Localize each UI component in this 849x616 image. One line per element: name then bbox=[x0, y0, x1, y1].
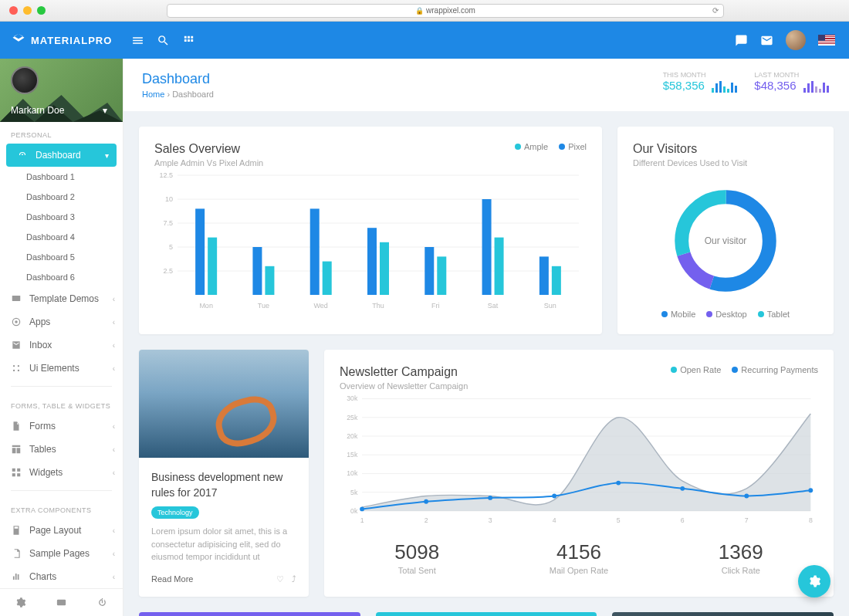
nav-sample[interactable]: Sample Pages‹ bbox=[0, 542, 123, 565]
svg-text:10: 10 bbox=[165, 195, 173, 203]
svg-rect-50 bbox=[424, 247, 434, 295]
bandwidth-card[interactable]: Bandwidth usage bbox=[139, 612, 360, 616]
nav-layout[interactable]: Page Layout‹ bbox=[0, 519, 123, 542]
read-more-link[interactable]: Read More bbox=[151, 574, 193, 584]
traffic-min-icon[interactable] bbox=[23, 6, 32, 15]
news-text: Lorem ipsum dolor sit amet, this is a co… bbox=[151, 525, 296, 564]
svg-rect-56 bbox=[540, 256, 549, 295]
wallet-icon[interactable] bbox=[56, 597, 67, 608]
profile-name[interactable]: Markarn Doe▾ bbox=[11, 105, 107, 116]
nav-charts[interactable]: Charts‹ bbox=[0, 565, 123, 588]
traffic-max-icon[interactable] bbox=[37, 6, 46, 15]
download-card[interactable]: Download count bbox=[376, 612, 597, 616]
nav-tables[interactable]: Tables‹ bbox=[0, 438, 123, 461]
svg-rect-53 bbox=[482, 199, 492, 295]
nav-forms[interactable]: Forms‹ bbox=[0, 415, 123, 438]
nav-sub[interactable]: Dashboard 1 bbox=[0, 167, 123, 187]
flag-us-icon[interactable] bbox=[818, 35, 835, 46]
svg-text:2.5: 2.5 bbox=[163, 267, 173, 275]
nav-ui[interactable]: Ui Elements‹ bbox=[0, 357, 123, 380]
traffic-close-icon[interactable] bbox=[9, 6, 18, 15]
share-icon[interactable]: ⤴ bbox=[292, 574, 296, 584]
donut-label: Our visitor bbox=[705, 235, 747, 246]
profile-avatar[interactable] bbox=[11, 66, 39, 94]
card-subtitle: Ample Admin Vs Pixel Admin bbox=[154, 158, 263, 168]
svg-rect-45 bbox=[323, 262, 332, 295]
svg-rect-24 bbox=[815, 86, 817, 93]
settings-icon[interactable] bbox=[15, 597, 26, 608]
svg-rect-2 bbox=[12, 296, 21, 301]
topbar: MATERIALPRO bbox=[0, 22, 849, 59]
svg-point-7 bbox=[13, 370, 15, 371]
news-card: Business development new rules for 2017 … bbox=[139, 350, 309, 597]
legend-item: Pixel bbox=[559, 142, 587, 151]
svg-rect-42 bbox=[265, 266, 274, 295]
svg-text:5: 5 bbox=[169, 243, 173, 251]
reload-icon[interactable]: ⟳ bbox=[712, 6, 719, 15]
svg-rect-27 bbox=[827, 86, 829, 93]
svg-text:10k: 10k bbox=[347, 469, 358, 477]
svg-rect-16 bbox=[719, 81, 722, 93]
search-icon[interactable] bbox=[157, 34, 170, 47]
nav-sub[interactable]: Dashboard 6 bbox=[0, 267, 123, 287]
legend-item: Desktop bbox=[706, 310, 746, 319]
svg-rect-23 bbox=[811, 81, 813, 93]
svg-rect-25 bbox=[819, 89, 821, 93]
heart-icon[interactable]: ♡ bbox=[276, 574, 284, 584]
svg-rect-20 bbox=[735, 86, 737, 93]
svg-rect-17 bbox=[723, 86, 726, 93]
svg-text:Mon: Mon bbox=[199, 302, 213, 310]
card-subtitle: Overview of Newsletter Campaign bbox=[340, 381, 468, 391]
power-icon[interactable] bbox=[96, 597, 108, 608]
apps-icon[interactable] bbox=[182, 34, 195, 47]
fab-settings[interactable] bbox=[798, 565, 830, 597]
section-label: PERSONAL bbox=[0, 122, 123, 144]
crumb-home[interactable]: Home bbox=[142, 90, 164, 99]
browser-chrome: 🔒 wrappixel.com ⟳ bbox=[0, 0, 849, 22]
breadcrumb: Home › Dashboard bbox=[142, 90, 214, 99]
svg-text:0k: 0k bbox=[350, 507, 358, 515]
legend-item: Open Rate bbox=[671, 365, 721, 374]
svg-rect-15 bbox=[715, 83, 718, 93]
legend-item: Ample bbox=[515, 142, 548, 151]
svg-point-83 bbox=[552, 494, 556, 499]
svg-rect-22 bbox=[807, 83, 810, 93]
svg-point-8 bbox=[18, 370, 19, 371]
menu-icon[interactable] bbox=[131, 34, 144, 47]
logo[interactable]: MATERIALPRO bbox=[0, 32, 123, 48]
nav-inbox[interactable]: Inbox‹ bbox=[0, 333, 123, 357]
nav-dashboard[interactable]: Dashboard ▾ bbox=[6, 144, 117, 167]
chevron-down-icon: ▾ bbox=[105, 151, 109, 160]
svg-rect-54 bbox=[495, 238, 504, 295]
chat-icon[interactable] bbox=[735, 34, 748, 47]
svg-text:1: 1 bbox=[360, 516, 364, 524]
legend-item: Tablet bbox=[758, 310, 790, 319]
nav-sub[interactable]: Dashboard 4 bbox=[0, 227, 123, 247]
newsletter-card: Newsletter Campaign Overview of Newslett… bbox=[324, 350, 834, 597]
card-title: Newsletter Campaign bbox=[340, 365, 468, 379]
svg-point-5 bbox=[13, 365, 15, 367]
card-title: Sales Overview bbox=[154, 142, 263, 156]
svg-text:5k: 5k bbox=[350, 489, 358, 496]
svg-point-81 bbox=[488, 496, 492, 500]
svg-text:Wed: Wed bbox=[314, 302, 328, 310]
nav-apps[interactable]: Apps‹ bbox=[0, 310, 123, 333]
profile-hero: Markarn Doe▾ bbox=[0, 59, 123, 122]
url-text: wrappixel.com bbox=[426, 6, 475, 15]
news-image bbox=[139, 350, 309, 458]
avatar[interactable] bbox=[786, 30, 806, 50]
stat-last-month: LAST MONTH $48,356 bbox=[754, 71, 830, 93]
nav-templates[interactable]: Template Demos‹ bbox=[0, 287, 123, 310]
nav-sub[interactable]: Dashboard 3 bbox=[0, 207, 123, 227]
nav-sub[interactable]: Dashboard 5 bbox=[0, 247, 123, 267]
nav-widgets[interactable]: Widgets‹ bbox=[0, 461, 123, 484]
stat-click-rate: 1369Click Rate bbox=[719, 540, 763, 575]
mail-icon[interactable] bbox=[760, 34, 773, 47]
svg-text:7.5: 7.5 bbox=[163, 219, 173, 227]
sparkline-icon bbox=[803, 80, 830, 93]
url-bar[interactable]: 🔒 wrappixel.com ⟳ bbox=[167, 4, 724, 18]
svg-text:2: 2 bbox=[424, 516, 428, 524]
weather-card[interactable]: New DelhiSunday 15 march bbox=[612, 612, 834, 616]
sales-card: Sales Overview Ample Admin Vs Pixel Admi… bbox=[139, 127, 602, 334]
nav-sub[interactable]: Dashboard 2 bbox=[0, 187, 123, 207]
